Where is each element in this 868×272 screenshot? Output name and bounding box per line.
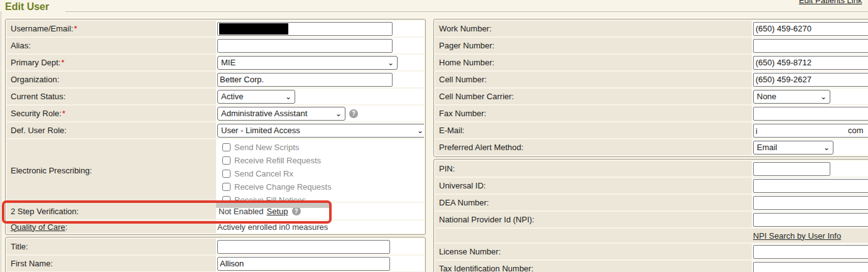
def-user-role-label: Def. User Role: <box>7 122 216 138</box>
left-column: Username/Email:* Alias: Primary Dept:* <box>5 19 426 272</box>
row-security-role: Security Role:* Administrative Assistant… <box>7 106 424 121</box>
work-number-label: Work Number: <box>435 21 752 36</box>
shadow-strip <box>216 203 332 208</box>
current-status-select[interactable]: Active⌄ <box>217 90 295 104</box>
home-number-label: Home Number: <box>435 55 752 70</box>
chevron-down-icon: ⌄ <box>285 93 291 101</box>
checkbox-send-cancel-rx[interactable]: Send Cancel Rx <box>217 167 424 180</box>
checkbox-receive-refill-requests[interactable]: Receive Refill Requests <box>217 154 424 167</box>
provider-box: PIN: Universal ID: DEA Number: National … <box>433 159 868 272</box>
contact-box: Work Number: Pager Number: Home Number: … <box>433 19 868 157</box>
pager-number-input[interactable] <box>753 39 868 53</box>
row-cell-number-carrier: Cell Number Carrier: None⌄ <box>435 89 868 104</box>
first-name-label: First Name: <box>7 256 216 271</box>
chevron-down-icon: ⌄ <box>417 127 423 134</box>
row-npi: National Provider Id (NPI): <box>435 212 868 227</box>
universal-id-input[interactable] <box>753 179 868 193</box>
row-dea-number: DEA Number: <box>435 195 868 210</box>
first-name-input[interactable] <box>217 257 390 271</box>
universal-id-label: Universal ID: <box>435 178 752 193</box>
email-input[interactable]: i com <box>753 124 868 138</box>
chevron-down-icon: ⌄ <box>388 59 394 67</box>
row-email: E-Mail: i com <box>435 122 868 138</box>
user-info-box: Username/Email:* Alias: Primary Dept:* <box>5 19 426 235</box>
checkbox-receive-fill-notices[interactable]: Receive Fill Notices <box>217 193 424 202</box>
npi-search-link[interactable]: NPI Search by User Info <box>753 231 841 241</box>
quality-of-care-label: Quality of Care: <box>7 220 216 233</box>
tax-id-label: Tax Identification Number: <box>435 261 752 272</box>
required-asterisk: * <box>61 58 64 67</box>
checkbox[interactable] <box>222 143 231 151</box>
help-icon[interactable]: ? <box>349 109 358 118</box>
primary-dept-label: Primary Dept:* <box>7 55 216 70</box>
row-def-user-role: Def. User Role: User - Limited Access⌄ <box>7 122 424 138</box>
fieldset-legend-line <box>65 11 868 12</box>
fax-number-input[interactable] <box>753 107 868 121</box>
row-pin: PIN: <box>435 161 868 177</box>
license-number-label: License Number: <box>435 244 752 259</box>
row-pager-number: Pager Number: <box>435 38 868 53</box>
npi-search-spacer <box>435 229 752 242</box>
dea-number-label: DEA Number: <box>435 195 752 210</box>
npi-label: National Provider Id (NPI): <box>435 212 752 227</box>
row-title: Title: <box>7 239 424 254</box>
required-asterisk: * <box>62 109 65 118</box>
row-universal-id: Universal ID: <box>435 178 868 193</box>
checkbox-send-new-scripts[interactable]: Send New Scripts <box>217 141 424 154</box>
cell-number-carrier-select[interactable]: None⌄ <box>753 90 830 104</box>
tax-id-input[interactable] <box>753 262 868 272</box>
chevron-down-icon: ⌄ <box>335 110 342 117</box>
row-organization: Organization: <box>7 72 424 87</box>
row-primary-dept: Primary Dept:* MIE⌄ <box>7 55 424 70</box>
npi-input[interactable] <box>753 213 868 227</box>
checkbox[interactable] <box>222 170 231 178</box>
def-user-role-select[interactable]: User - Limited Access⌄ <box>217 124 424 138</box>
preferred-alert-method-select[interactable]: Email⌄ <box>753 141 833 155</box>
edit-patients-link[interactable]: Edit Patients Link <box>799 0 862 5</box>
title-input[interactable] <box>217 240 390 254</box>
page-title: Edit User <box>5 1 49 13</box>
row-preferred-alert-method: Preferred Alert Method: Email⌄ <box>435 139 868 155</box>
dea-number-input[interactable] <box>753 196 868 210</box>
alias-input[interactable] <box>217 39 393 53</box>
title-label: Title: <box>7 239 216 254</box>
work-number-input[interactable] <box>753 22 868 36</box>
license-number-input[interactable] <box>753 245 868 259</box>
redaction-box <box>219 23 288 35</box>
current-status-label: Current Status: <box>7 89 216 104</box>
row-cell-number: Cell Number: <box>435 72 868 87</box>
row-work-number: Work Number: <box>435 21 868 36</box>
checkbox-receive-change-requests[interactable]: Receive Change Requests <box>217 180 424 193</box>
quality-of-care-link[interactable]: Quality of Care <box>11 222 65 232</box>
fieldset-left-border <box>1 11 1 272</box>
organization-label: Organization: <box>7 72 216 87</box>
organization-input[interactable] <box>217 73 393 87</box>
cell-number-carrier-label: Cell Number Carrier: <box>435 89 752 104</box>
home-number-input[interactable] <box>753 56 868 70</box>
pin-label: PIN: <box>435 161 752 177</box>
primary-dept-select[interactable]: MIE⌄ <box>217 56 398 70</box>
row-npi-search: NPI Search by User Info <box>435 229 868 242</box>
chevron-down-icon: ⌄ <box>823 144 830 151</box>
two-step-verification-label: 2 Step Verification: <box>7 203 216 219</box>
name-box: Title: First Name: <box>5 237 426 272</box>
row-current-status: Current Status: Active⌄ <box>7 89 424 104</box>
help-icon[interactable]: ? <box>292 207 301 215</box>
pager-number-label: Pager Number: <box>435 38 752 53</box>
cell-number-label: Cell Number: <box>435 72 752 87</box>
row-fax-number: Fax Number: <box>435 106 868 121</box>
preferred-alert-method-label: Preferred Alert Method: <box>435 139 752 155</box>
row-home-number: Home Number: <box>435 55 868 70</box>
required-asterisk: * <box>74 24 77 33</box>
checkbox[interactable] <box>222 196 231 202</box>
checkbox[interactable] <box>222 156 231 165</box>
email-label: E-Mail: <box>435 122 752 138</box>
right-column: Work Number: Pager Number: Home Number: … <box>433 19 868 272</box>
cell-number-input[interactable] <box>753 73 868 87</box>
pin-input[interactable] <box>753 162 830 176</box>
row-quality-of-care: Quality of Care: Actively enrolled in0 m… <box>7 220 424 233</box>
row-username: Username/Email:* <box>7 21 424 36</box>
security-role-select[interactable]: Administrative Assistant⌄ <box>217 107 345 121</box>
email-fragment-left: i <box>756 126 757 136</box>
checkbox[interactable] <box>222 183 231 191</box>
